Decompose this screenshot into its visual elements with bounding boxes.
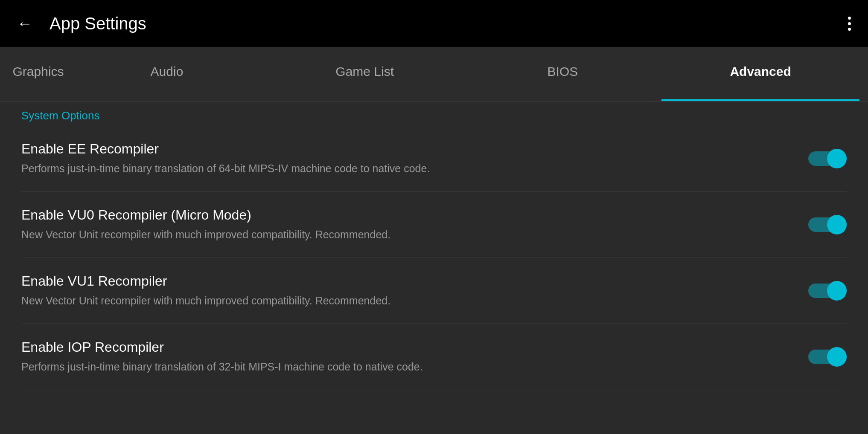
toggle-iop-thumb — [827, 347, 847, 367]
setting-vu0-title: Enable VU0 Recompiler (Micro Mode) — [21, 207, 783, 223]
section-header: System Options — [21, 101, 847, 126]
setting-vu0-text: Enable VU0 Recompiler (Micro Mode) New V… — [21, 207, 808, 242]
toggle-vu1-recompiler[interactable] — [808, 281, 847, 301]
setting-iop-title: Enable IOP Recompiler — [21, 339, 783, 355]
setting-ee-desc: Performs just-in-time binary translation… — [21, 161, 783, 176]
tab-graphics[interactable]: Graphics — [9, 47, 68, 101]
setting-vu0-desc: New Vector Unit recompiler with much imp… — [21, 227, 783, 242]
toggle-vu0-thumb — [827, 215, 847, 234]
toggle-vu1-thumb — [827, 281, 847, 301]
setting-vu1-desc: New Vector Unit recompiler with much imp… — [21, 293, 783, 308]
more-options-button[interactable] — [848, 17, 851, 31]
toggle-ee-recompiler[interactable] — [808, 148, 847, 169]
app-bar-left: ← App Settings — [17, 14, 146, 33]
setting-vu0-recompiler: Enable VU0 Recompiler (Micro Mode) New V… — [21, 192, 847, 258]
more-dot-2 — [848, 22, 851, 25]
app-title: App Settings — [50, 14, 146, 33]
more-dot-1 — [848, 17, 851, 20]
setting-ee-title: Enable EE Recompiler — [21, 141, 783, 157]
setting-iop-desc: Performs just-in-time binary translation… — [21, 359, 783, 374]
more-dot-3 — [848, 28, 851, 31]
tab-bios[interactable]: BIOS — [464, 47, 662, 101]
setting-iop-text: Enable IOP Recompiler Performs just-in-t… — [21, 339, 808, 374]
setting-vu1-recompiler: Enable VU1 Recompiler New Vector Unit re… — [21, 258, 847, 324]
tab-advanced[interactable]: Advanced — [661, 47, 859, 101]
content-area: System Options Enable EE Recompiler Perf… — [0, 101, 868, 434]
toggle-vu0-recompiler[interactable] — [808, 214, 847, 235]
back-button[interactable]: ← — [17, 14, 32, 32]
app-bar: ← App Settings — [0, 0, 868, 47]
tabs-bar: Graphics Audio Game List BIOS Advanced — [0, 47, 868, 101]
setting-vu1-text: Enable VU1 Recompiler New Vector Unit re… — [21, 273, 808, 308]
setting-vu1-title: Enable VU1 Recompiler — [21, 273, 783, 289]
toggle-ee-thumb — [827, 149, 847, 168]
tab-game-list[interactable]: Game List — [266, 47, 464, 101]
setting-iop-recompiler: Enable IOP Recompiler Performs just-in-t… — [21, 324, 847, 390]
setting-ee-recompiler: Enable EE Recompiler Performs just-in-ti… — [21, 126, 847, 192]
toggle-iop-recompiler[interactable] — [808, 347, 847, 367]
setting-ee-text: Enable EE Recompiler Performs just-in-ti… — [21, 141, 808, 176]
tab-audio[interactable]: Audio — [68, 47, 266, 101]
